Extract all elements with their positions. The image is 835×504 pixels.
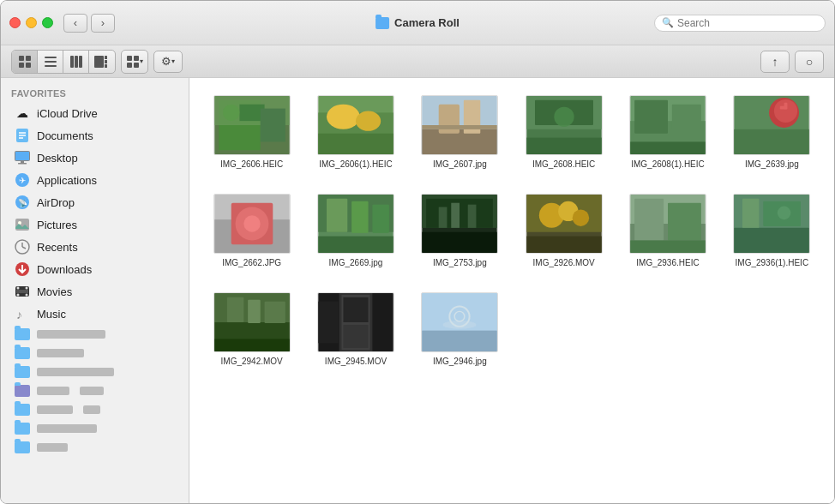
file-label-img2946: IMG_2946.jpg <box>433 356 487 367</box>
file-grid: IMG_2606.HEIC IMG_2606(1).HEIC IMG_2607.… <box>203 92 820 370</box>
gallery-view-icon <box>94 56 110 68</box>
folder-label-4b <box>80 387 104 395</box>
gear-icon: ⚙ <box>161 55 171 68</box>
desktop-icon <box>15 150 30 165</box>
maximize-button[interactable] <box>42 17 53 28</box>
sidebar-item-icloud-drive[interactable]: ☁ iCloud Drive <box>4 102 185 124</box>
file-item-img2926[interactable]: IMG_2926.MOV <box>515 190 612 272</box>
file-item-img2607[interactable]: IMG_2607.jpg <box>411 92 508 173</box>
sidebar-label-desktop: Desktop <box>37 152 78 165</box>
folder-label-6 <box>37 424 97 433</box>
sidebar-item-music[interactable]: ♪ Music <box>4 303 185 325</box>
search-input[interactable] <box>677 17 818 29</box>
svg-rect-4 <box>45 57 57 58</box>
sidebar-folder-2[interactable] <box>4 344 185 363</box>
sidebar-item-documents[interactable]: Documents <box>4 124 185 147</box>
window-title: Camera Roll <box>394 16 460 29</box>
sidebar-label-airdrop: AirDrop <box>37 196 75 209</box>
file-item-img2945[interactable]: IMG_2945.MOV <box>307 289 404 370</box>
svg-rect-116 <box>264 302 285 323</box>
file-item-img2946[interactable]: IMG_2946.jpg <box>411 289 508 370</box>
file-thumb-img2945 <box>317 292 394 352</box>
search-bar[interactable]: 🔍 <box>654 15 826 32</box>
sidebar-folder-3[interactable] <box>4 363 185 381</box>
sidebar-folder-5[interactable] <box>4 400 185 419</box>
svg-rect-68 <box>672 105 701 129</box>
icon-view-icon <box>19 56 31 68</box>
sidebar-section-favorites: Favorites <box>1 85 189 102</box>
gallery-view-button[interactable] <box>89 51 115 73</box>
file-item-img2936[interactable]: IMG_2936.HEIC <box>619 190 716 272</box>
list-view-button[interactable] <box>38 51 63 73</box>
svg-rect-83 <box>327 199 347 232</box>
svg-point-110 <box>778 207 791 220</box>
arrange-button[interactable]: ▾ <box>122 51 147 73</box>
svg-rect-92 <box>452 203 460 228</box>
sidebar-item-downloads[interactable]: Downloads <box>4 258 185 280</box>
file-label-img2669: IMG_2669.jpg <box>329 257 383 268</box>
file-item-img2606-1[interactable]: IMG_2606(1).HEIC <box>307 92 404 173</box>
forward-button[interactable]: › <box>91 14 115 33</box>
main-area: Favorites ☁ iCloud Drive Documents Deskt… <box>1 78 834 503</box>
list-view-icon <box>45 56 57 68</box>
svg-rect-0 <box>19 56 24 61</box>
svg-rect-59 <box>423 125 497 129</box>
file-thumb-img2926 <box>526 194 603 254</box>
sidebar-item-pictures[interactable]: Pictures <box>4 213 185 236</box>
file-item-img2753[interactable]: IMG_2753.jpg <box>411 190 508 272</box>
svg-point-48 <box>223 105 239 121</box>
file-item-img2662[interactable]: IMG_2662.JPG <box>203 190 300 272</box>
sidebar-item-applications[interactable]: ✈ Applications <box>4 169 185 191</box>
action-chevron: ▾ <box>171 57 175 65</box>
share-button[interactable]: ↑ <box>760 51 790 73</box>
back-button[interactable]: ‹ <box>63 14 87 33</box>
sidebar-folder-6[interactable] <box>4 419 185 438</box>
file-item-img2669[interactable]: IMG_2669.jpg <box>307 190 404 272</box>
svg-point-39 <box>26 287 28 290</box>
file-label-img2608-1: IMG_2608(1).HEIC <box>631 159 705 170</box>
file-item-img2608[interactable]: IMG_2608.HEIC <box>515 92 612 173</box>
close-button[interactable] <box>9 17 21 28</box>
svg-rect-123 <box>318 302 338 344</box>
action-button[interactable]: ⚙ ▾ <box>153 51 183 73</box>
file-item-img2608-1[interactable]: IMG_2608(1).HEIC <box>619 92 716 173</box>
svg-rect-56 <box>423 129 497 154</box>
svg-text:✈: ✈ <box>19 176 26 185</box>
file-label-img2753: IMG_2753.jpg <box>433 257 487 268</box>
sidebar-folder-7[interactable] <box>4 438 185 457</box>
sidebar-folder-4[interactable] <box>4 381 185 400</box>
recents-icon <box>15 239 30 255</box>
tag-button[interactable]: ○ <box>795 51 824 73</box>
toolbar: ▾ ⚙ ▾ ↑ ○ <box>1 45 834 78</box>
svg-rect-122 <box>343 325 368 348</box>
file-thumb-img2606-1 <box>317 95 394 155</box>
svg-rect-69 <box>630 141 705 154</box>
sidebar: Favorites ☁ iCloud Drive Documents Deskt… <box>1 78 189 503</box>
file-thumb-img2936-1 <box>733 194 810 254</box>
minimize-button[interactable] <box>26 17 37 28</box>
titlebar: ‹ › Camera Roll 🔍 <box>1 1 834 45</box>
svg-rect-25 <box>18 163 27 165</box>
file-item-img2942[interactable]: IMG_2942.MOV <box>203 289 300 370</box>
folder-icon-5 <box>15 404 30 416</box>
sidebar-item-airdrop[interactable]: 📡 AirDrop <box>4 191 185 213</box>
file-thumb-img2606 <box>213 95 291 155</box>
sidebar-item-movies[interactable]: Movies <box>4 280 185 303</box>
sidebar-item-recents[interactable]: Recents <box>4 236 185 258</box>
svg-rect-23 <box>15 152 29 160</box>
sidebar-item-desktop[interactable]: Desktop <box>4 147 185 169</box>
movies-icon <box>15 284 30 299</box>
column-view-button[interactable] <box>63 51 89 73</box>
svg-text:♪: ♪ <box>16 308 22 321</box>
svg-rect-8 <box>75 56 78 68</box>
file-item-img2936-1[interactable]: IMG_2936(1).HEIC <box>724 190 820 272</box>
icon-view-button[interactable] <box>12 51 38 73</box>
sidebar-folder-1[interactable] <box>4 325 185 344</box>
svg-rect-126 <box>423 331 497 351</box>
file-item-img2639[interactable]: IMG_2639.jpg <box>724 92 820 173</box>
svg-point-38 <box>17 287 20 290</box>
svg-rect-9 <box>79 56 82 68</box>
svg-rect-103 <box>668 203 701 241</box>
file-item-img2606[interactable]: IMG_2606.HEIC <box>203 92 300 173</box>
sidebar-label-applications: Applications <box>37 174 97 187</box>
